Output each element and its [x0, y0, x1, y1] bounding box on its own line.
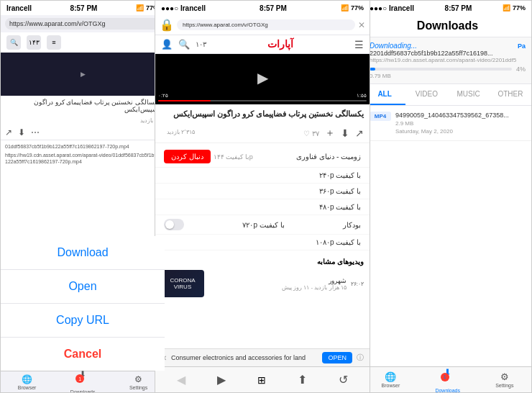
follow-button[interactable]: دنبال کردن: [164, 150, 211, 163]
ad-text: Consumer electronics and accessories for…: [171, 354, 306, 361]
dl-status-text: Downloading...: [370, 42, 417, 50]
video-play-icon: ▶: [81, 71, 86, 78]
dl-progress: 4%: [370, 66, 526, 73]
tabs-bar: ALL VIDEO MUSIC OTHER: [364, 84, 531, 106]
search-icon-2[interactable]: 🔍: [178, 39, 190, 50]
grid-icon-2[interactable]: ⊞: [257, 374, 266, 386]
quality-toggle[interactable]: [164, 219, 184, 230]
url-bar-1[interactable]: https://www.aparat.com/v/OTGXg: [1, 15, 165, 32]
tab-other[interactable]: OTHER: [490, 84, 531, 105]
filepath-display: 01ddf56837cb5f1b9b122a55ff7c1619862197-7…: [1, 140, 165, 168]
stats-row-1: ۳۷ بازدید: [1, 116, 165, 125]
downloads-label-3: Downloads: [435, 388, 460, 393]
refresh-icon[interactable]: ↺: [339, 373, 348, 387]
dl-percent: 4%: [516, 66, 526, 73]
tab-music[interactable]: MUSIC: [448, 84, 490, 105]
bottom-nav-3: 🌐 Browser ⬇ 1 Downloads ⚙ Settings: [364, 366, 531, 392]
video-title-2: یکسالگی نخستین پرتاب فضاپیمای کرو دراگون…: [161, 109, 364, 119]
settings-label-3: Settings: [495, 383, 513, 388]
nav-browser-3[interactable]: 🌐 Browser: [382, 371, 400, 388]
quality-label-3: با کیفیت ۳۶۰p: [319, 187, 361, 195]
bottom-nav-2: ◀ ▶ ⊞ ⬆ ↺: [155, 366, 370, 392]
related-title: ویدیوهای مشابه: [161, 256, 364, 267]
nav-settings-label-1: Settings: [129, 385, 147, 390]
downloading-section: Downloading... Pa 2201ddf56837cb5f1b9b12…: [364, 37, 531, 84]
screen-1: Irancell 8:57 PM 📶 77% https://www.apara…: [0, 0, 165, 393]
carrier-2: ●●●○ Irancell: [161, 4, 206, 12]
person-icon[interactable]: 👤: [161, 39, 173, 50]
close-url-icon[interactable]: ✕: [358, 20, 365, 30]
open-button[interactable]: Open: [1, 270, 165, 304]
nav-settings-3[interactable]: ⚙ Settings: [495, 371, 513, 388]
action-icons-1: ↗ ⬇ ⋯: [1, 125, 165, 140]
related-thumb-1: CORONAVIRUS: [161, 270, 204, 297]
download-btn-2[interactable]: ⬇: [341, 127, 349, 139]
quality-item-3[interactable]: با کیفیت ۳۶۰p: [155, 184, 370, 199]
download-item-1[interactable]: MP4 94990059_140463347539562_67358... 2.…: [364, 106, 531, 141]
search-icon[interactable]: 🔍: [6, 35, 21, 50]
quality-item-5[interactable]: بودکار با کیفیت ۷۲۰p: [155, 215, 370, 235]
back-btn[interactable]: ◀: [177, 373, 185, 387]
forward-btn[interactable]: ▶: [217, 373, 226, 387]
time-total-2: ۱:۵۵: [357, 93, 367, 99]
status-icons-3: 📶 77%: [503, 4, 526, 12]
carrier-3: ●●●○ Irancell: [370, 4, 414, 12]
toolbar-1: 🔍 ۱۴۳ ≡: [1, 32, 165, 53]
dl-size: 0.79 MB: [370, 73, 526, 79]
quality-item-2[interactable]: با کیفیت ۲۴۰p: [155, 168, 370, 184]
hamburger-icon[interactable]: ☰: [354, 39, 364, 50]
tab-video[interactable]: VIDEO: [405, 84, 447, 105]
progress-bar-2[interactable]: [158, 100, 367, 101]
dl-item-date-1: Saturday, May 2, 2020: [395, 128, 526, 135]
notif-count[interactable]: ۱۰۳: [196, 40, 206, 48]
aparat-header: 👤 🔍 ۱۰۳ آپارات ☰: [155, 35, 370, 54]
quality-item-1[interactable]: زومیت - دنیای فناوری با کیفیت ۱۴۴p دنبال…: [155, 146, 370, 168]
download-button[interactable]: Download: [1, 236, 165, 270]
quality-item-6[interactable]: با کیفیت ۱۰۸۰p: [155, 235, 370, 250]
status-time-1: Irancell: [6, 4, 32, 12]
video-thumb-1: ▶: [1, 53, 165, 96]
status-time-3: 8:57 PM: [445, 4, 472, 12]
menu-icon[interactable]: ≡: [47, 35, 61, 50]
downloads-badge-1: 1: [75, 374, 84, 383]
share-btn-2[interactable]: ↗: [355, 127, 364, 139]
quality-size-1: با کیفیت ۱۴۴p: [214, 153, 253, 161]
url-text-1[interactable]: https://www.aparat.com/v/OTGXg: [5, 18, 160, 30]
more-icon[interactable]: ⋯: [31, 127, 40, 137]
nav-browser-1[interactable]: 🌐 Browser: [18, 374, 37, 390]
wifi-icon: 📶: [136, 4, 144, 12]
related-title-text-1: شهرور: [208, 277, 347, 284]
video-player-2[interactable]: ▶ ۰:۲۵ ۱:۵۵: [155, 54, 370, 104]
nav-downloads-3[interactable]: ⬇ 1 Downloads: [435, 367, 460, 393]
pause-btn[interactable]: Pa: [518, 42, 526, 50]
nav-downloads-1[interactable]: ⬇ 1 Downloads: [70, 369, 96, 393]
nav-browser-label-1: Browser: [18, 385, 37, 390]
video-info-2: یکسالگی نخستین پرتاب فضاپیمای کرو دراگون…: [155, 104, 370, 124]
lock-icon-2: 🔒: [160, 18, 174, 32]
browser-nav-icon: 🌐: [22, 374, 32, 384]
add-btn-2[interactable]: ＋: [325, 127, 335, 140]
url-bar-2[interactable]: https://www.aparat.com/v/OTGXg: [177, 19, 355, 30]
cancel-button[interactable]: Cancel: [1, 338, 165, 371]
share-icon[interactable]: ↗: [5, 127, 12, 137]
play-icon-2[interactable]: ▶: [257, 69, 268, 86]
screen-2: ●●●○ Irancell 8:57 PM 📶 77% 🔒 https://ww…: [155, 0, 370, 393]
dl-item-size-1: 2.9 MB: [395, 120, 526, 127]
related-item-1[interactable]: CORONAVIRUS شهرور ۱۵ هزار بازدید - ۱۱ رو…: [161, 267, 364, 300]
download-icon[interactable]: ⬇: [18, 127, 25, 137]
wifi-icon-2: 📶: [341, 4, 349, 12]
nav-settings-1[interactable]: ⚙ Settings: [129, 374, 147, 390]
time-current-2: ۰:۲۵: [158, 93, 168, 99]
browser-bar-2: 🔒 https://www.aparat.com/v/OTGXg ✕: [155, 15, 370, 35]
related-meta-1: ۱۵ هزار بازدید - ۱۱ روز پیش: [208, 284, 347, 291]
quality-label-5: بودکار: [343, 221, 361, 229]
copy-url-button[interactable]: Copy URL: [1, 304, 165, 338]
quality-item-4[interactable]: با کیفیت ۴۸۰p: [155, 199, 370, 215]
ad-open-button[interactable]: OPEN: [322, 352, 352, 363]
browser-icon-3: 🌐: [385, 371, 396, 382]
quality-toggle-label: با کیفیت ۷۲۰p: [242, 221, 284, 229]
tabs-count[interactable]: ۱۴۳: [27, 35, 41, 50]
share-nav-icon[interactable]: ⬆: [298, 373, 307, 387]
screens-container: Irancell 8:57 PM 📶 77% https://www.apara…: [0, 0, 532, 393]
progress-fill-3: [370, 68, 375, 71]
